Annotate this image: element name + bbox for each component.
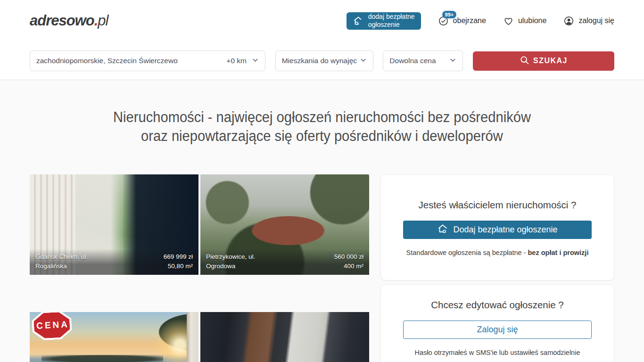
- house-plus-icon: [353, 15, 364, 26]
- edit-card: Chcesz edytować ogłoszenie ? Zaloguj się…: [380, 284, 614, 362]
- listing-street: Rogalińska: [35, 262, 88, 271]
- edit-card-title: Chcesz edytować ogłoszenie ?: [381, 299, 614, 311]
- user-icon: [563, 16, 574, 26]
- category-value: Mieszkania do wynajęc: [282, 57, 357, 65]
- owner-card: Jesteś właścicielem nieruchomości ? Doda…: [380, 174, 614, 280]
- owner-card-note: Standardowe ogłoszenia są bezpłatne - be…: [381, 249, 614, 256]
- search-icon: [520, 55, 529, 67]
- price-value: Dowolna cena: [389, 57, 436, 65]
- logo-main: adresowo: [30, 12, 94, 29]
- price-drop-badge-label: CENA: [33, 312, 71, 339]
- listing-area: 400 m²: [334, 262, 363, 271]
- main-content: Nieruchomości - najwięcej ogłoszeń nieru…: [0, 108, 644, 362]
- listing-location: Pietrzykowice, ul.: [206, 252, 255, 262]
- category-select[interactable]: Mieszkania do wynajęc: [275, 50, 373, 71]
- check-circle-icon: 99+: [438, 16, 449, 26]
- listing-street: Ogrodowa: [206, 262, 255, 271]
- header: adresowo.pl dodaj bezpłatne ogłoszenie: [0, 0, 644, 80]
- add-listing-button[interactable]: dodaj bezpłatne ogłoszenie: [347, 12, 421, 30]
- listing-card-2[interactable]: Pietrzykowice, ul. Ogrodowa 560 000 zł 4…: [200, 174, 369, 275]
- owner-card-title: Jesteś właścicielem nieruchomości ?: [381, 199, 614, 211]
- sidebar-add-listing-button[interactable]: Dodaj bezpłatne ogłoszenie: [403, 221, 592, 239]
- logo[interactable]: adresowo.pl: [30, 12, 108, 29]
- radius-value: +0 km: [226, 57, 247, 65]
- listing-card-4[interactable]: Warszawa Praga Północ 550 000 zł: [200, 312, 369, 362]
- search-button-label: SZUKAJ: [533, 57, 568, 65]
- price-select[interactable]: Dowolna cena: [383, 50, 463, 71]
- page-title: Nieruchomości - najwięcej ogłoszeń nieru…: [19, 108, 625, 146]
- logo-tld: pl: [98, 12, 108, 29]
- sidebar-login-button[interactable]: Zaloguj się: [403, 321, 592, 339]
- house-plus-icon: [437, 223, 448, 237]
- old-price-unit: /m2: [89, 360, 121, 362]
- chevron-down-icon: [252, 57, 259, 66]
- listing-caption: Gdańsk Chełm, ul. Rogalińska 669 999 zł …: [30, 249, 198, 275]
- heart-icon: [503, 16, 514, 26]
- listing-photo: [200, 312, 369, 362]
- sidebar-login-label: Zaloguj się: [477, 325, 518, 335]
- listing-price: 669 999 zł: [164, 252, 193, 262]
- owner-card-note-bold: bez opłat i prowizji: [528, 249, 589, 256]
- nav-login-label: zaloguj się: [578, 16, 614, 25]
- listing-card-1[interactable]: Gdańsk Chełm, ul. Rogalińska 669 999 zł …: [30, 174, 198, 275]
- listing-card-3[interactable]: CENA 120 zł /m2 Elganowo 352 000 zł: [30, 312, 198, 362]
- nav-favorites[interactable]: ulubione: [503, 16, 547, 26]
- search-button[interactable]: SZUKAJ: [473, 51, 614, 71]
- header-actions: dodaj bezpłatne ogłoszenie 99+ obejrzane: [347, 12, 614, 30]
- nav-login[interactable]: zaloguj się: [563, 16, 614, 26]
- radius-select[interactable]: +0 km: [226, 57, 259, 66]
- sidebar-add-listing-label: Dodaj bezpłatne ogłoszenie: [453, 225, 557, 235]
- add-listing-label: dodaj bezpłatne ogłoszenie: [368, 13, 415, 29]
- edit-card-note: Hasło otrzymałeś w SMS'ie lub ustawiłeś …: [381, 349, 614, 356]
- location-input[interactable]: zachodniopomorskie, Szczecin Świerczewo …: [30, 50, 265, 71]
- old-price-value: 120 zł: [32, 360, 84, 362]
- listing-price: 560 000 zł: [334, 252, 363, 262]
- nav-viewed[interactable]: 99+ obejrzane: [438, 16, 486, 26]
- listing-area: 50,80 m²: [164, 262, 193, 271]
- chevron-down-icon: [360, 57, 367, 66]
- viewed-count-badge: 99+: [442, 11, 457, 18]
- listing-caption: Pietrzykowice, ul. Ogrodowa 560 000 zł 4…: [200, 249, 369, 275]
- nav-viewed-label: obejrzane: [453, 16, 486, 25]
- location-value: zachodniopomorskie, Szczecin Świerczewo: [36, 57, 178, 65]
- search-bar: zachodniopomorskie, Szczecin Świerczewo …: [30, 50, 614, 80]
- sidebar: Jesteś właścicielem nieruchomości ? Doda…: [380, 174, 614, 362]
- nav-favorites-label: ulubione: [518, 16, 547, 25]
- listing-location: Gdańsk Chełm, ul.: [35, 252, 88, 262]
- chevron-down-icon: [449, 57, 456, 66]
- old-price-overlay: 120 zł /m2: [32, 360, 122, 362]
- listings-grid: Gdańsk Chełm, ul. Rogalińska 669 999 zł …: [30, 174, 369, 362]
